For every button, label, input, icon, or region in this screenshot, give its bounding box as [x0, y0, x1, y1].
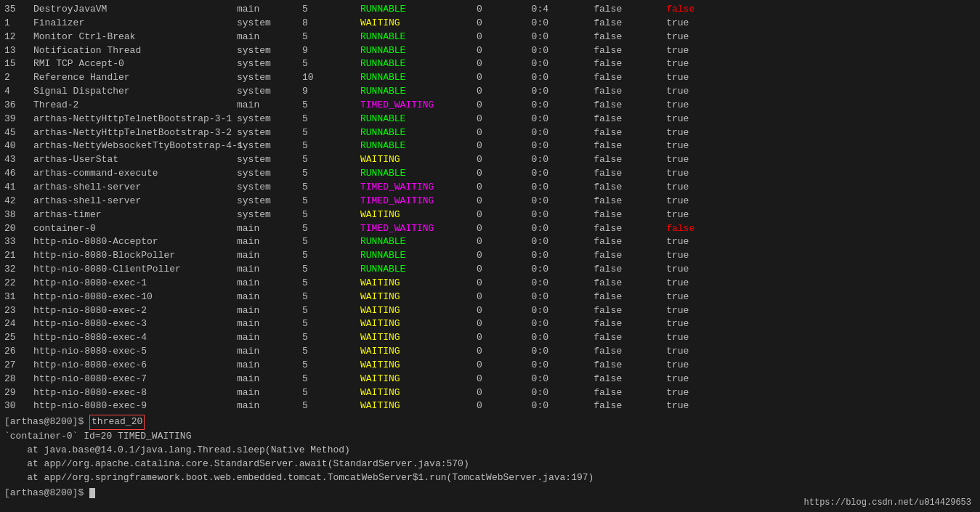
col-priority: 5: [302, 3, 360, 17]
col-group: main: [237, 263, 302, 277]
col-daemon: true: [644, 113, 694, 126]
col-cpu: 0: [477, 304, 520, 318]
table-row: 22http-nio-8080-exec-1main5WAITING0 0:0 …: [4, 277, 976, 290]
col-priority: 5: [302, 359, 360, 373]
table-row: 2Reference Handlersystem10RUNNABLE0 0:0 …: [4, 71, 976, 85]
col-interrupted: false: [571, 290, 644, 304]
col-name: container-0: [33, 222, 237, 236]
col-delta: 0:0: [520, 31, 571, 44]
col-delta: 0:0: [520, 57, 571, 71]
col-priority: 5: [302, 399, 360, 413]
col-name: http-nio-8080-exec-5: [33, 345, 237, 359]
col-priority: 5: [302, 373, 360, 386]
col-name: http-nio-8080-exec-4: [33, 331, 237, 345]
col-group: main: [237, 277, 302, 290]
col-group: main: [237, 3, 302, 17]
col-name: http-nio-8080-exec-2: [33, 304, 237, 318]
col-cpu: 0: [477, 345, 520, 359]
col-priority: 5: [302, 208, 360, 222]
table-row: 41arthas-shell-serversystem5TIMED_WAITIN…: [4, 181, 976, 195]
col-priority: 9: [302, 85, 360, 99]
col-state: TIMED_WAITING: [360, 181, 477, 195]
col-group: main: [237, 290, 302, 304]
col-id: 15: [4, 57, 33, 71]
table-row: 40arthas-NettyWebsocketTtyBootstrap-4-1s…: [4, 139, 976, 153]
col-cpu: 0: [477, 181, 520, 195]
col-state: WAITING: [360, 359, 477, 373]
col-state: RUNNABLE: [360, 85, 477, 99]
col-id: 30: [4, 399, 33, 413]
col-interrupted: false: [571, 85, 644, 99]
col-state: WAITING: [360, 345, 477, 359]
col-interrupted: false: [571, 277, 644, 290]
col-cpu: 0: [477, 235, 520, 249]
col-daemon: true: [644, 71, 694, 85]
col-id: 20: [4, 222, 33, 236]
col-name: arthas-NettyHttpTelnetBootstrap-3-2: [33, 126, 237, 140]
col-id: 24: [4, 317, 33, 331]
col-state: TIMED_WAITING: [360, 222, 477, 236]
col-name: arthas-timer: [33, 208, 237, 222]
command-highlight: thread_20: [89, 415, 145, 430]
col-name: RMI TCP Accept-0: [33, 57, 237, 71]
col-daemon: true: [644, 235, 694, 249]
col-delta: 0:0: [520, 222, 571, 236]
col-delta: 0:0: [520, 277, 571, 290]
table-row: 26http-nio-8080-exec-5main5WAITING0 0:0 …: [4, 345, 976, 359]
col-daemon: true: [644, 139, 694, 153]
col-daemon: true: [644, 331, 694, 345]
col-interrupted: false: [571, 17, 644, 31]
col-daemon: true: [644, 290, 694, 304]
col-interrupted: false: [571, 249, 644, 263]
col-daemon: true: [644, 277, 694, 290]
col-cpu: 0: [477, 71, 520, 85]
table-row: 21http-nio-8080-BlockPollermain5RUNNABLE…: [4, 249, 976, 263]
col-delta: 0:0: [520, 304, 571, 318]
col-cpu: 0: [477, 153, 520, 167]
table-row: 25http-nio-8080-exec-4main5WAITING0 0:0 …: [4, 331, 976, 345]
table-row: 46arthas-command-executesystem5RUNNABLE0…: [4, 167, 976, 181]
col-name: Notification Thread: [33, 44, 237, 58]
col-id: 43: [4, 153, 33, 167]
col-priority: 5: [302, 249, 360, 263]
col-interrupted: false: [571, 99, 644, 113]
col-priority: 5: [302, 99, 360, 113]
col-delta: 0:0: [520, 235, 571, 249]
col-cpu: 0: [477, 167, 520, 181]
col-name: Reference Handler: [33, 71, 237, 85]
col-state: RUNNABLE: [360, 113, 477, 126]
col-state: RUNNABLE: [360, 263, 477, 277]
col-group: system: [237, 57, 302, 71]
table-row: 27http-nio-8080-exec-6main5WAITING0 0:0 …: [4, 359, 976, 373]
cursor: [89, 488, 95, 498]
col-group: main: [237, 31, 302, 44]
col-interrupted: false: [571, 31, 644, 44]
col-id: 25: [4, 331, 33, 345]
col-id: 22: [4, 277, 33, 290]
col-name: arthas-shell-server: [33, 181, 237, 195]
col-priority: 9: [302, 44, 360, 58]
col-daemon: true: [644, 57, 694, 71]
col-daemon: true: [644, 153, 694, 167]
col-interrupted: false: [571, 208, 644, 222]
col-daemon: false: [644, 222, 694, 236]
col-priority: 5: [302, 113, 360, 126]
col-delta: 0:0: [520, 85, 571, 99]
col-group: main: [237, 331, 302, 345]
col-delta: 0:0: [520, 113, 571, 126]
col-state: WAITING: [360, 290, 477, 304]
col-delta: 0:0: [520, 44, 571, 58]
col-cpu: 0: [477, 17, 520, 31]
col-state: RUNNABLE: [360, 44, 477, 58]
col-name: arthas-command-execute: [33, 167, 237, 181]
col-interrupted: false: [571, 3, 644, 17]
col-group: main: [237, 399, 302, 413]
col-state: RUNNABLE: [360, 31, 477, 44]
col-id: 27: [4, 359, 33, 373]
col-cpu: 0: [477, 126, 520, 140]
table-row: 4Signal Dispatchersystem9RUNNABLE0 0:0 f…: [4, 85, 976, 99]
col-id: 42: [4, 195, 33, 208]
table-row: 13Notification Threadsystem9RUNNABLE0 0:…: [4, 44, 976, 58]
table-row: 15RMI TCP Accept-0system5RUNNABLE0 0:0 f…: [4, 57, 976, 71]
col-group: system: [237, 208, 302, 222]
